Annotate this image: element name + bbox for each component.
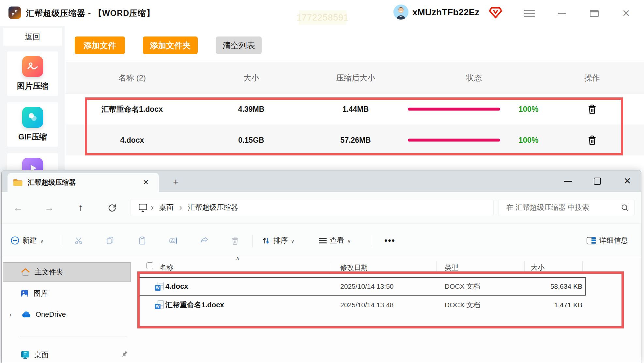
column-divider[interactable] — [524, 261, 525, 271]
divider — [371, 235, 371, 247]
sidebar-item-gallery[interactable]: 图库 — [3, 285, 131, 302]
column-header-compressed[interactable]: 压缩后大小 — [336, 73, 375, 83]
file-size: 58,634 KB — [524, 283, 582, 290]
file-date: 2025/10/14 13:48 — [340, 301, 394, 309]
search-box[interactable] — [498, 199, 635, 216]
image-compress-icon — [22, 56, 43, 77]
user-avatar[interactable] — [393, 5, 408, 20]
column-header-status[interactable]: 状态 — [466, 73, 482, 83]
explorer-tab[interactable]: 汇帮超级压缩器 ✕ — [8, 173, 159, 192]
trash-icon — [588, 104, 597, 114]
delete-button[interactable] — [227, 232, 242, 249]
add-folder-button[interactable]: 添加文件夹 — [143, 36, 198, 54]
column-divider[interactable] — [436, 261, 437, 271]
cut-icon — [74, 236, 83, 245]
watermark: 1772258591 — [299, 10, 346, 25]
share-icon — [200, 236, 208, 245]
file-name: 汇帮重命名1.docx — [101, 104, 163, 114]
column-header-size[interactable]: 大小 — [531, 263, 544, 272]
close-icon: ✕ — [623, 177, 631, 186]
explorer-address-row: ← → ↑ › 桌面 › 汇帮超级压缩器 — [2, 192, 641, 223]
copy-button[interactable] — [102, 232, 117, 249]
forward-button[interactable]: → — [41, 200, 57, 215]
column-header-size[interactable]: 大小 — [243, 73, 259, 83]
refresh-button[interactable] — [104, 200, 120, 215]
file-row[interactable]: W 4.docx 2025/10/14 13:50 DOCX 文档 58,634… — [139, 277, 586, 296]
new-tab-button[interactable]: + — [168, 174, 184, 190]
up-button[interactable]: ↑ — [73, 200, 88, 215]
file-name: 汇帮重命名1.docx — [165, 300, 224, 310]
breadcrumb-current-folder[interactable]: 汇帮超级压缩器 — [185, 203, 241, 212]
view-button[interactable]: 查看 ∨ — [319, 232, 351, 249]
delete-row-button[interactable] — [587, 134, 598, 146]
app-close-button[interactable]: ✕ — [619, 6, 634, 21]
cut-button[interactable] — [71, 232, 86, 249]
explorer-close-button[interactable]: ✕ — [619, 173, 636, 189]
screen: 汇帮超级压缩器 - 【WORD压缩】 1772258591 xMUzhTFb22… — [0, 0, 644, 363]
app-minimize-button[interactable] — [555, 6, 570, 21]
gif-compress-icon — [22, 107, 43, 128]
column-divider[interactable] — [582, 261, 583, 271]
folder-icon — [13, 179, 23, 186]
column-header-name[interactable]: 名称 — [160, 263, 173, 272]
new-button[interactable]: 新建 ∨ — [11, 232, 43, 249]
sort-label: 排序 — [273, 236, 288, 245]
explorer-maximize-button[interactable] — [589, 173, 606, 189]
search-input[interactable] — [498, 199, 634, 216]
breadcrumb-desktop[interactable]: 桌面 — [157, 203, 176, 212]
sidebar-item-label: GIF压缩 — [18, 132, 47, 142]
file-size: 0.15GB — [238, 136, 264, 144]
username[interactable]: xMUzhTFb22Ez — [412, 7, 479, 18]
sort-ascending-icon: ∧ — [236, 255, 239, 261]
desktop-icon — [21, 351, 30, 359]
sidebar-item-image-compress[interactable]: 图片压缩 — [7, 51, 58, 96]
view-icon — [319, 238, 327, 243]
divider — [62, 235, 62, 247]
search-icon — [621, 204, 629, 213]
explorer-command-bar: 新建 ∨ — [2, 223, 641, 257]
column-header-name[interactable]: 名称 (2) — [118, 73, 146, 83]
file-size: 4.39MB — [238, 105, 265, 113]
address-bar[interactable]: › 桌面 › 汇帮超级压缩器 — [130, 199, 494, 216]
view-label: 查看 — [330, 236, 344, 245]
more-options-button[interactable]: ••• — [381, 232, 399, 249]
minimize-icon — [564, 181, 572, 182]
explorer-minimize-button[interactable] — [560, 173, 576, 189]
back-button[interactable]: ← — [10, 200, 26, 215]
file-row[interactable]: W 汇帮重命名1.docx 2025/10/14 13:48 DOCX 文档 1… — [139, 296, 586, 314]
rename-button[interactable] — [166, 232, 181, 249]
column-divider[interactable] — [330, 261, 330, 271]
delete-row-button[interactable] — [587, 103, 598, 115]
sort-button[interactable]: 排序 ∨ — [262, 232, 294, 249]
table-row[interactable]: 汇帮重命名1.docx 4.39MB 1.44MB 100% — [66, 94, 644, 124]
sidebar-item-gif-compress[interactable]: GIF压缩 — [7, 102, 58, 147]
app-maximize-button[interactable] — [587, 6, 602, 21]
sidebar-item-onedrive[interactable]: › OneDrive — [3, 305, 131, 324]
details-pane-button[interactable]: 详细信息 — [587, 232, 628, 249]
sidebar-item-label: 图库 — [34, 289, 48, 298]
tab-close-button[interactable]: ✕ — [139, 176, 152, 189]
column-header-operation[interactable]: 操作 — [584, 73, 600, 83]
back-button[interactable]: 返回 — [3, 28, 62, 46]
share-button[interactable] — [197, 232, 212, 249]
paste-button[interactable] — [135, 232, 150, 249]
chevron-right-icon[interactable]: › — [9, 311, 12, 318]
divider — [252, 235, 253, 247]
select-all-checkbox[interactable] — [146, 262, 153, 269]
vip-badge-icon[interactable] — [489, 7, 502, 20]
sidebar-item-desktop[interactable]: 桌面 — [3, 346, 131, 363]
trash-icon — [588, 135, 597, 145]
explorer-tabbar: 汇帮超级压缩器 ✕ + ✕ — [2, 170, 641, 192]
file-type: DOCX 文档 — [445, 282, 480, 291]
column-header-type[interactable]: 类型 — [445, 263, 458, 272]
table-row[interactable]: 4.docx 0.15GB 57.26MB 100% — [66, 124, 644, 155]
clear-list-button[interactable]: 清空列表 — [216, 36, 262, 54]
file-date: 2025/10/14 13:50 — [340, 283, 394, 290]
column-header-date[interactable]: 修改日期 — [340, 263, 368, 272]
plus-circle-icon — [11, 236, 19, 245]
this-pc-icon — [138, 203, 147, 212]
add-file-button[interactable]: 添加文件 — [75, 36, 125, 54]
app-menu-button[interactable] — [522, 6, 537, 21]
file-type: DOCX 文档 — [445, 300, 480, 310]
sidebar-item-home[interactable]: 主文件夹 — [3, 262, 131, 282]
